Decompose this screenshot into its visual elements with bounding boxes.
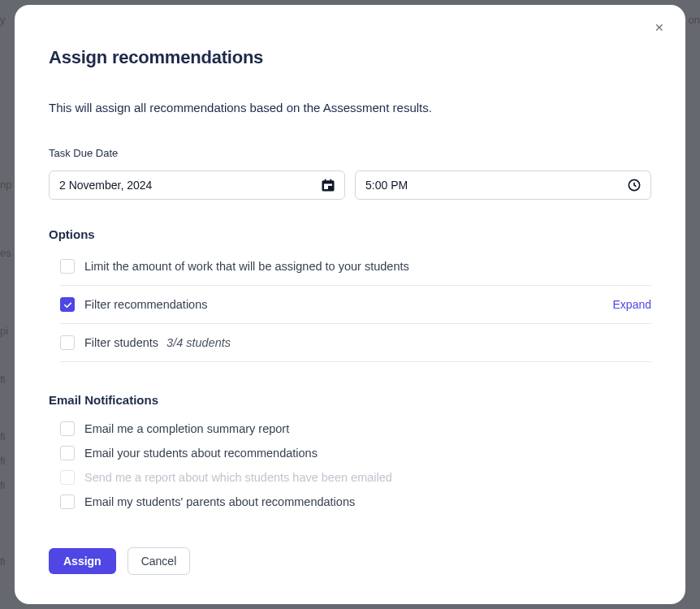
modal-description: This will assign all recommendations bas… [49, 101, 651, 114]
close-button[interactable]: ✕ [651, 19, 668, 36]
filter-students-checkbox[interactable] [60, 335, 75, 350]
assign-button[interactable]: Assign [49, 548, 116, 574]
email-students-checkbox[interactable] [60, 446, 75, 460]
email-parents-checkbox[interactable] [60, 495, 75, 509]
option-filter-students: Filter students 3/4 students [60, 324, 651, 362]
option-limit-work: Limit the amount of work that will be as… [60, 248, 651, 286]
email-students-label: Email your students about recommendation… [84, 447, 318, 460]
clock-icon [626, 177, 642, 193]
email-me-label: Email me a completion summary report [84, 422, 289, 435]
expand-link[interactable]: Expand [613, 298, 651, 311]
svg-rect-4 [329, 187, 331, 189]
due-time-input[interactable]: 5:00 PM [355, 171, 651, 200]
check-icon [63, 300, 73, 310]
filter-students-label: Filter students [84, 336, 158, 349]
notif-email-parents: Email my students' parents about recomme… [60, 490, 651, 514]
options-heading: Options [49, 227, 651, 241]
option-filter-recommendations: Filter recommendations Expand [60, 286, 651, 324]
notif-email-me: Email me a completion summary report [60, 417, 651, 441]
options-block: Limit the amount of work that will be as… [49, 248, 651, 362]
due-date-label: Task Due Date [49, 147, 651, 159]
notif-email-students: Email your students about recommendation… [60, 441, 651, 465]
report-emailed-checkbox [60, 470, 75, 485]
modal-title: Assign recommendations [49, 47, 651, 68]
cancel-button[interactable]: Cancel [127, 547, 191, 575]
email-parents-label: Email my students' parents about recomme… [84, 495, 355, 508]
due-date-row: 2 November, 2024 5:00 PM [49, 171, 651, 200]
email-me-checkbox[interactable] [60, 421, 75, 436]
filter-students-sub: 3/4 students [166, 336, 231, 349]
filter-recommendations-checkbox[interactable] [60, 297, 75, 312]
calendar-icon [320, 177, 336, 193]
modal-footer: Assign Cancel [49, 547, 190, 575]
limit-work-label: Limit the amount of work that will be as… [84, 260, 409, 273]
notif-report-emailed: Send me a report about which students ha… [60, 465, 651, 490]
due-time-value: 5:00 PM [365, 179, 408, 192]
notifications-block: Email me a completion summary report Ema… [49, 417, 651, 514]
limit-work-checkbox[interactable] [60, 259, 75, 274]
assign-recommendations-modal: ✕ Assign recommendations This will assig… [15, 5, 685, 604]
due-date-input[interactable]: 2 November, 2024 [49, 171, 345, 200]
filter-recommendations-label: Filter recommendations [84, 298, 208, 311]
close-icon: ✕ [655, 21, 664, 34]
due-date-value: 2 November, 2024 [59, 179, 152, 192]
report-emailed-label: Send me a report about which students ha… [84, 471, 392, 484]
notifications-heading: Email Notifications [49, 393, 651, 407]
